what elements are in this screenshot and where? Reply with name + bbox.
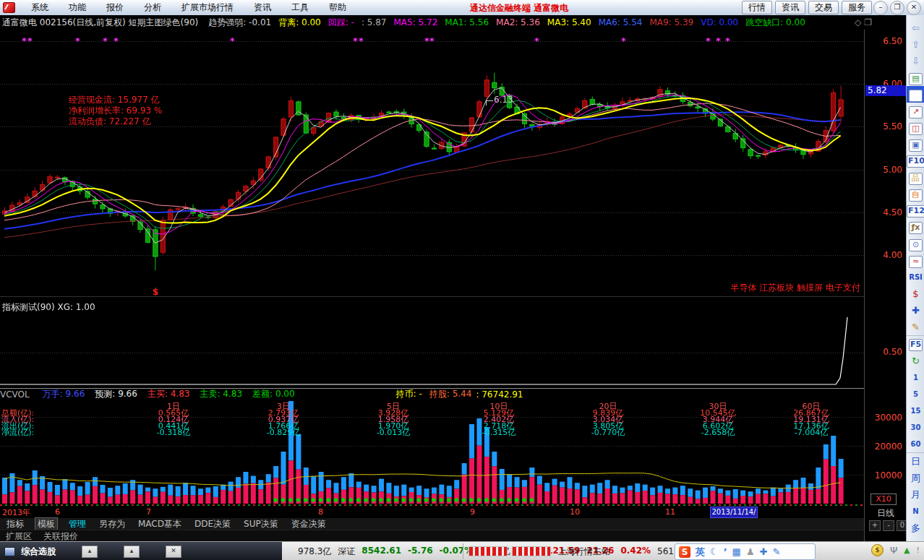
period-day[interactable]: 日 [907,452,924,470]
tray-icon-3[interactable]: ! [917,546,920,555]
zoom-icon[interactable]: ⊙ [907,236,924,252]
axis-zoom-button-1[interactable]: - [883,520,894,531]
period-multi[interactable]: 多 [907,520,924,536]
rsi-label[interactable]: RSI [907,269,924,285]
quick-button-行情[interactable]: 行情 [742,1,772,14]
ime-toolbar: S英☾’▦♟✚✎ [675,543,816,560]
buy-signal-marker: * [103,35,108,46]
refresh-icon[interactable]: ↻ [907,353,924,369]
taskwin-control-2[interactable]: ✕ [166,546,181,558]
tray-icon-2[interactable]: ▲ [904,546,910,555]
price-axis-label: 6.50 [883,36,902,46]
draw-pencil-icon[interactable]: ✎ [907,319,924,335]
window-title: 通达信金融终端 通富微电 [470,2,568,14]
quote-edit-icon[interactable]: ▤ [907,69,924,86]
quick-button-服务[interactable]: 服务 [842,1,872,14]
info-book-icon[interactable]: 自 [907,186,924,202]
taskwin-control-1[interactable]: ▴ [124,546,140,558]
tdx-terminal-window: 系统功能报价分析扩展市场行情资讯工具帮助 通达信金融终端 通富微电 行情资讯交易… [0,0,924,560]
flow-cell: -7.004亿 [795,427,828,438]
close-button[interactable]: ✕ [907,1,921,15]
kline-icon-glyph: ◫ [909,123,923,135]
info-bar: 通富微电 002156(日线,前复权) 短期主图绿色(90) 趋势强弱: -0.… [0,15,906,30]
minimize-button[interactable]: – [873,1,888,15]
tab-管理[interactable]: 管理 [67,518,88,530]
menu-item-6[interactable]: 工具 [281,0,319,15]
period-15[interactable]: 15 [907,402,924,419]
ime-icon-5[interactable]: ♟ [746,546,755,557]
move-icon[interactable]: ✚ [907,302,924,319]
menu-item-1[interactable]: 功能 [59,0,96,15]
ime-icon-4[interactable]: ▦ [732,546,741,557]
money-icon[interactable]: $ [907,285,924,302]
volume-pane[interactable]: 1日3日5日10日20日30日60日总额(亿):0.565亿2.793亿3.92… [0,400,864,504]
tab-SUP决策[interactable]: SUP决策 [241,518,281,530]
tab-另存为[interactable]: 另存为 [97,518,127,530]
f10-icon[interactable]: F10 [907,152,924,169]
tab-扩展区[interactable]: 扩展区 [6,530,32,543]
f5-icon[interactable]: F5 [907,335,924,353]
kline-icon[interactable]: ◫ [907,119,924,136]
multi-quote-icon[interactable]: ▣ [907,136,924,152]
quote-grid-icon[interactable]: ▦ [907,86,924,103]
restore-button[interactable]: ❐ [890,1,904,15]
buy-signal-marker: * [424,35,429,46]
axis-month-label-10: 10 [570,507,580,517]
quick-button-资讯[interactable]: 资讯 [775,1,805,14]
ime-icon-6[interactable]: ✚ [760,546,768,557]
tab-DDE决策[interactable]: DDE决策 [192,518,233,530]
price-axis-label: 4.50 [883,207,902,217]
trend-chart-icon[interactable]: ↗ [907,103,924,119]
block-tree-icon-glyph: 品 [909,173,923,185]
menu-item-4[interactable]: 扩展市场行情 [171,0,244,15]
f12-icon[interactable]: F12 [907,202,924,219]
period-week[interactable]: 周 [907,470,924,486]
block-tree-icon[interactable]: 品 [907,169,924,186]
main-price-pane[interactable]: 经营现金流: 15.977 亿 净利润增长率: 69.93 % 流动负债: 72… [0,30,864,296]
indicator-pane[interactable]: 指标测试(90) XG: 1.00 [0,296,864,389]
tab-关联报价[interactable]: 关联报价 [43,530,78,543]
server-name[interactable]: 上海行情主站 [558,546,610,558]
up-arrow-icon[interactable]: ⇧ [907,36,924,53]
period-60[interactable]: 60 [907,436,924,452]
buy-signal-marker: * [22,35,27,46]
sector-tags[interactable]: 半导体 江苏板块 触摸屏 电子支付 [651,283,860,293]
vcvol-field-1: 万手: 9.66 [43,388,85,400]
tab-指标[interactable]: 指标 [4,518,26,530]
menu-item-5[interactable]: 资讯 [244,0,281,15]
menu-item-3[interactable]: 分析 [134,0,171,15]
taskbar-window-button[interactable]: 综合选股 ▴▴✕ [0,542,282,560]
period-5[interactable]: 5 [907,386,924,402]
back-arrow-icon[interactable]: ⇦ [907,20,924,36]
menu-item-0[interactable]: 系统 [21,0,59,15]
tab-模板[interactable]: 模板 [35,517,58,531]
menu-item-7[interactable]: 帮助 [319,0,356,15]
ime-icon-1[interactable]: 英 [696,546,705,559]
tab-MACD基本[interactable]: MACD基本 [136,518,184,530]
wave-icon[interactable]: ≈ [907,252,924,269]
ime-icon-0[interactable]: S [679,546,690,558]
pane-corner-icons[interactable]: ◇❐ [855,17,875,27]
period-n[interactable]: N [907,503,924,520]
info-field-10: VD: 0.00 [701,17,738,27]
volume-axis-label: 30000 [875,413,902,423]
tab-资金决策[interactable]: 资金决策 [289,518,328,530]
down-arrow-icon[interactable]: ⇩ [907,53,924,69]
axis-month-label-9: 9 [470,507,475,517]
info-field-5: MA1: 5.56 [445,17,489,27]
formula-icon[interactable]: ƒx [907,219,924,236]
period-1[interactable]: 1 [907,369,924,386]
volume-unit-label: X10 [870,494,897,505]
ime-icon-7[interactable]: ✎ [772,546,780,557]
refresh-icon-glyph: ↻ [912,356,920,366]
tray-icon-0[interactable]: $ [871,544,884,556]
tray-icon-1[interactable]: Ψ [890,545,897,556]
menu-item-2[interactable]: 报价 [96,0,134,15]
axis-zoom-button-0[interactable]: + [869,520,881,531]
quick-button-交易[interactable]: 交易 [808,1,839,14]
taskwin-control-0[interactable]: ▴ [82,546,98,558]
ime-icon-3[interactable]: ’ [724,546,727,557]
period-month[interactable]: 月 [907,486,924,503]
period-30[interactable]: 30 [907,419,924,436]
ime-icon-2[interactable]: ☾ [710,546,719,557]
